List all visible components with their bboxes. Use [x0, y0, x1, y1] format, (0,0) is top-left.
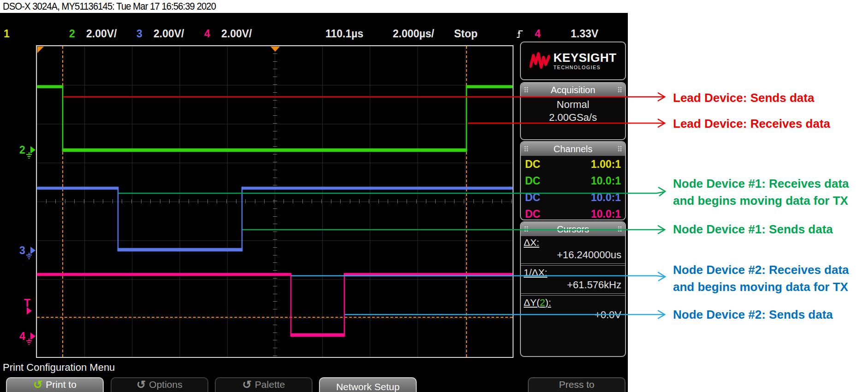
ch3-coupling: DC	[525, 189, 540, 206]
inv-delta-x-label: 1/ΔX:	[521, 266, 625, 278]
ch3-row: DC 10.0:1	[521, 189, 625, 206]
ch2-rising-edge	[466, 85, 467, 152]
ch4-row: DC 10.0:1	[521, 206, 625, 220]
ch2-trace-low	[62, 148, 467, 152]
delta-x-value: +16.240000us	[521, 248, 625, 263]
delta-x-label: ΔX:	[521, 236, 625, 248]
ch3-probe: 10.0:1	[591, 189, 621, 206]
instrument-title: DSO-X 3024A, MY51136145: Tue Mar 17 16:5…	[3, 0, 216, 12]
grip-dots-icon: ⠿	[617, 87, 622, 94]
trigger-level[interactable]: 1.33V	[571, 28, 598, 40]
delta-y-label: ΔY(2):	[521, 296, 625, 308]
center-axis-v-ticks	[273, 46, 277, 357]
brand-name: KEYSIGHT	[554, 52, 617, 64]
channels-panel-header[interactable]: ⠿ Channels ⠿	[521, 142, 625, 156]
ch3-status-label[interactable]: 3	[136, 28, 142, 40]
annotation-node1-receives: Node Device #1: Receives data and begins…	[673, 175, 849, 209]
press-to-label: Press to	[559, 379, 594, 391]
annotation-node1-sends: Node Device #1: Sends data	[673, 221, 833, 238]
keysight-spark-icon	[530, 52, 550, 70]
network-setup-label: Network Setup	[336, 381, 400, 392]
ch1-probe: 1.00:1	[591, 156, 621, 172]
trigger-level-line[interactable]	[37, 317, 513, 318]
trigger-source[interactable]: 4	[535, 28, 541, 40]
status-bar: 1 2 2.00V/ 3 2.00V/ 4 2.00V/ 110.1µs 2.0…	[0, 27, 628, 42]
keysight-logo: KEYSIGHT TECHNOLOGIES	[520, 42, 626, 80]
palette-label: Palette	[255, 379, 285, 391]
ch4-coupling: DC	[525, 206, 540, 220]
inv-delta-x-value: +61.576kHz	[521, 278, 625, 293]
annotation-node2-sends: Node Device #2: Sends data	[673, 306, 833, 323]
delta-y-value: +0.0V	[521, 308, 625, 323]
network-setup-softkey[interactable]: Network Setup	[319, 377, 417, 392]
ch4-trace-high-1	[37, 273, 291, 276]
ch3-ground-marker[interactable]: 3	[19, 245, 25, 256]
ch2-status-label[interactable]: 2	[69, 28, 75, 40]
timebase-readout[interactable]: 2.000µs/	[393, 28, 434, 40]
options-softkey[interactable]: ↺ Options Setup Info	[111, 377, 208, 392]
time-reference-marker-icon[interactable]	[271, 47, 280, 52]
ch4-ground-marker[interactable]: 4	[19, 331, 25, 342]
cursor-separator	[521, 293, 625, 296]
ch2-ground-marker[interactable]: 2	[19, 145, 25, 155]
ch2-marker-arrow-icon	[30, 146, 35, 154]
ch2-coupling: DC	[525, 172, 540, 189]
ch4-rising-edge	[344, 273, 345, 337]
oscilloscope-screen: 1 2 2.00V/ 3 2.00V/ 4 2.00V/ 110.1µs 2.0…	[0, 13, 628, 392]
ch2-trace-high-1	[37, 85, 63, 88]
cycle-icon: ↺	[242, 379, 252, 390]
sample-rate: 2.00GSa/s	[521, 111, 625, 124]
ch3-trace-high-2	[242, 187, 513, 190]
grip-dots-icon: ⠿	[617, 226, 622, 233]
grip-dots-icon: ⠿	[524, 87, 529, 94]
run-state: Stop	[454, 28, 478, 40]
grip-dots-icon: ⠿	[617, 146, 622, 153]
ch2-trace-high-2	[466, 85, 513, 88]
cursors-panel-header[interactable]: ⠿ Cursors ⠿	[521, 222, 625, 236]
acquisition-panel-header[interactable]: ⠿ Acquisition ⠿	[521, 83, 625, 97]
ch4-status-label[interactable]: 4	[204, 28, 210, 40]
brand-subname: TECHNOLOGIES	[554, 65, 617, 70]
ch3-rising-edge	[242, 187, 242, 251]
ch4-probe: 10.0:1	[591, 206, 621, 220]
annotation-lead-sends: Lead Device: Sends data	[673, 89, 814, 107]
ch2-falling-edge	[62, 85, 63, 152]
acquisition-title: Acquisition	[551, 85, 596, 95]
ch4-scale[interactable]: 2.00V/	[221, 28, 252, 40]
delay-readout[interactable]: 110.1µs	[325, 28, 363, 40]
ch2-row: DC 10.0:1	[521, 172, 625, 189]
cursors-title: Cursors	[557, 224, 589, 235]
menu-title: Print Configuration Menu	[3, 362, 115, 374]
print-to-label: Print to	[46, 379, 77, 391]
ch3-marker-arrow-icon	[30, 247, 35, 254]
cursor-separator	[521, 263, 625, 266]
ch3-falling-edge	[118, 187, 118, 251]
ch2-scale[interactable]: 2.00V/	[86, 28, 117, 40]
channels-title: Channels	[554, 144, 593, 154]
ch1-status-label[interactable]: 1	[4, 28, 10, 40]
trigger-marker-arrow-icon	[27, 307, 32, 315]
acquisition-mode: Normal	[521, 98, 625, 111]
ch4-marker-arrow-icon	[30, 333, 35, 340]
delay-reference-corner-icon	[37, 47, 44, 53]
ch3-trace-low	[118, 248, 242, 251]
grip-dots-icon: ⠿	[524, 146, 529, 153]
ch1-coupling: DC	[525, 156, 540, 172]
ch3-trace-high-1	[37, 187, 118, 190]
options-label: Options	[149, 379, 182, 391]
grip-dots-icon: ⠿	[524, 226, 529, 233]
acquisition-panel: ⠿ Acquisition ⠿ Normal 2.00GSa/s	[520, 82, 626, 140]
channels-panel: ⠿ Channels ⠿ DC 1.00:1 DC 10.0:1 DC 10.0…	[520, 141, 626, 220]
cycle-icon: ↺	[136, 379, 146, 390]
ch4-falling-edge	[290, 273, 291, 337]
ch4-trace-low	[290, 333, 345, 337]
edge-trigger-icon	[516, 28, 524, 42]
press-to-print-softkey[interactable]: Press to Print	[528, 377, 626, 392]
cursors-panel: ⠿ Cursors ⠿ ΔX: +16.240000us 1/ΔX: +61.5…	[520, 221, 626, 357]
palette-softkey[interactable]: ↺ Palette Color	[215, 377, 313, 392]
ch1-row: DC 1.00:1	[521, 156, 625, 172]
ch3-scale[interactable]: 2.00V/	[154, 28, 184, 40]
cycle-icon: ↺	[33, 379, 42, 390]
annotation-lead-receives: Lead Device: Receives data	[673, 115, 830, 132]
print-to-softkey[interactable]: ↺ Print to ? NETPRTO	[6, 377, 104, 392]
